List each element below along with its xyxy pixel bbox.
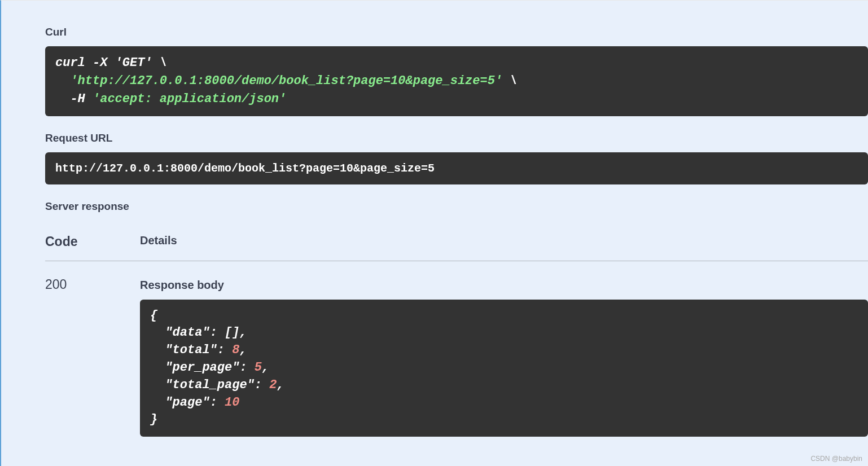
table-header: Code Details bbox=[45, 234, 868, 261]
curl-method: 'GET' bbox=[115, 56, 152, 70]
json-val-per-page: 5 bbox=[255, 361, 262, 375]
json-val-total-page: 2 bbox=[269, 378, 277, 392]
curl-label: Curl bbox=[45, 26, 868, 38]
json-val-total: 8 bbox=[232, 343, 239, 357]
curl-backslash-1: \ bbox=[152, 56, 167, 70]
json-val-page: 10 bbox=[225, 395, 239, 410]
curl-url: 'http://127.0.0.1:8000/demo/book_list?pa… bbox=[70, 74, 502, 88]
request-url-label: Request URL bbox=[45, 132, 868, 144]
server-response-label: Server response bbox=[45, 200, 868, 213]
response-inner: Curl curl -X 'GET' \ 'http://127.0.0.1:8… bbox=[1, 1, 868, 437]
curl-prefix: curl -X bbox=[55, 56, 115, 70]
json-key-total: "total" bbox=[150, 343, 217, 357]
json-val-data: [] bbox=[225, 326, 239, 340]
json-key-data: "data" bbox=[150, 326, 210, 340]
details-cell: Response body { "data": [], "total": 8, … bbox=[140, 277, 868, 437]
json-key-per-page: "per_page" bbox=[150, 361, 239, 375]
curl-header-value: 'accept: application/json' bbox=[93, 92, 286, 106]
table-row: 200 Response body { "data": [], "total":… bbox=[45, 261, 868, 437]
json-key-page: "page" bbox=[150, 395, 210, 410]
json-close: } bbox=[150, 412, 157, 427]
response-table: Code Details 200 Response body { "data":… bbox=[45, 234, 868, 437]
watermark: CSDN @babybin bbox=[810, 455, 862, 463]
json-key-total-page: "total_page" bbox=[150, 378, 255, 392]
response-body-block[interactable]: { "data": [], "total": 8, "per_page": 5,… bbox=[140, 300, 868, 437]
curl-header-flag: -H bbox=[70, 92, 93, 106]
curl-backslash-2: \ bbox=[502, 74, 517, 88]
status-code: 200 bbox=[45, 277, 140, 437]
json-open: { bbox=[150, 309, 157, 323]
request-url-value: http://127.0.0.1:8000/demo/book_list?pag… bbox=[55, 162, 435, 175]
details-column-header: Details bbox=[140, 234, 177, 249]
response-body-label: Response body bbox=[140, 279, 868, 292]
curl-code-block[interactable]: curl -X 'GET' \ 'http://127.0.0.1:8000/d… bbox=[45, 46, 868, 116]
code-column-header: Code bbox=[45, 234, 140, 249]
response-panel: Curl curl -X 'GET' \ 'http://127.0.0.1:8… bbox=[0, 0, 868, 466]
request-url-block[interactable]: http://127.0.0.1:8000/demo/book_list?pag… bbox=[45, 152, 868, 184]
